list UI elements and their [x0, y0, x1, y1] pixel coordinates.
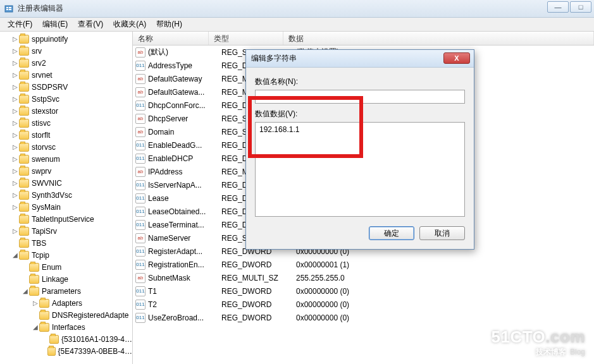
tree-node[interactable]: TBS: [0, 237, 132, 249]
tree-node[interactable]: ▷SstpSvc: [0, 93, 132, 105]
expander-icon[interactable]: ▷: [11, 83, 19, 91]
binary-value-icon: 011: [135, 246, 145, 257]
cancel-button[interactable]: 取消: [419, 226, 465, 240]
binary-value-icon: 011: [135, 193, 145, 203]
tree-node[interactable]: DNSRegisteredAdapte: [0, 309, 132, 321]
value-data: 0x00000000 (0): [296, 313, 594, 322]
minimize-button[interactable]: —: [547, 1, 569, 13]
column-name[interactable]: 名称: [133, 32, 209, 45]
tree-node[interactable]: ▷TapiSrv: [0, 225, 132, 237]
value-row[interactable]: 011UseZeroBroad...REG_DWORD0x00000000 (0…: [133, 311, 594, 324]
expander-icon[interactable]: ▷: [11, 203, 19, 211]
dialog-title-bar[interactable]: 编辑多字符串 X: [246, 50, 474, 68]
expander-icon[interactable]: ▷: [11, 59, 19, 67]
maximize-button[interactable]: □: [570, 1, 591, 13]
tree-label: srv2: [32, 59, 46, 68]
tree-node[interactable]: ▷Synth3dVsc: [0, 189, 132, 201]
value-row[interactable]: abSubnetMaskREG_MULTI_SZ255.255.255.0: [133, 271, 594, 284]
expander-icon[interactable]: ▷: [11, 167, 19, 175]
tree-node[interactable]: ▷srv: [0, 45, 132, 57]
tree-node[interactable]: ▷storflt: [0, 129, 132, 141]
menu-fav[interactable]: 收藏夹(A): [108, 18, 151, 31]
expander-icon[interactable]: ▷: [11, 119, 19, 127]
value-name-input[interactable]: [255, 90, 465, 104]
expander-icon[interactable]: ▷: [11, 179, 19, 187]
menu-file[interactable]: 文件(F): [3, 18, 37, 31]
folder-icon: [49, 335, 59, 344]
tree-label: storvsc: [32, 143, 56, 152]
expander-icon[interactable]: [22, 264, 29, 271]
expander-icon[interactable]: [32, 312, 39, 319]
tree-node[interactable]: ◢Tcpip: [0, 249, 132, 261]
folder-icon: [39, 299, 49, 308]
expander-icon[interactable]: ▷: [11, 143, 19, 151]
string-value-icon: ab: [135, 233, 145, 243]
menu-help[interactable]: 帮助(H): [151, 18, 187, 31]
tree-node[interactable]: ▷stexstor: [0, 105, 132, 117]
value-row[interactable]: 011T1REG_DWORD0x00000000 (0): [133, 284, 594, 298]
binary-value-icon: 011: [135, 100, 145, 111]
menu-view[interactable]: 查看(V): [73, 18, 108, 31]
expander-icon[interactable]: ◢: [11, 252, 19, 259]
value-name: SubnetMask: [148, 274, 221, 282]
expander-icon[interactable]: [42, 348, 47, 355]
tree-node[interactable]: ▷srv2: [0, 57, 132, 69]
expander-icon[interactable]: ▷: [11, 107, 19, 115]
tree-node[interactable]: TabletInputService: [0, 213, 132, 225]
tree-label: swprv: [32, 167, 51, 176]
menu-bar: 文件(F) 编辑(E) 查看(V) 收藏夹(A) 帮助(H): [0, 18, 594, 32]
expander-icon[interactable]: ▷: [11, 35, 19, 43]
tree-node[interactable]: {5E47339A-0BEB-4…: [0, 345, 132, 357]
tree-node[interactable]: ▷Adapters: [0, 297, 132, 309]
expander-icon[interactable]: ▷: [32, 300, 39, 307]
value-data-label: 数值数据(V):: [255, 109, 465, 119]
column-type[interactable]: 类型: [209, 32, 283, 45]
ok-button[interactable]: 确定: [369, 226, 414, 240]
dialog-title: 编辑多字符串: [251, 53, 297, 64]
dialog-close-button[interactable]: X: [443, 52, 470, 64]
tree-node[interactable]: ▷SysMain: [0, 201, 132, 213]
tree-node[interactable]: ▷swenum: [0, 153, 132, 165]
expander-icon[interactable]: ▷: [11, 95, 19, 103]
tree-node[interactable]: ▷SSDPSRV: [0, 81, 132, 93]
expander-icon[interactable]: [11, 240, 19, 247]
expander-icon[interactable]: [42, 336, 49, 343]
value-row[interactable]: 011RegistrationEn...REG_DWORD0x00000001 …: [133, 258, 594, 271]
registry-tree[interactable]: ▷sppuinotify▷srv▷srv2▷srvnet▷SSDPSRV▷Sst…: [0, 32, 133, 364]
binary-value-icon: 011: [135, 180, 145, 190]
folder-icon: [19, 131, 29, 140]
expander-icon[interactable]: ▷: [11, 47, 19, 55]
value-name: T2: [148, 300, 221, 309]
expander-icon[interactable]: ▷: [11, 228, 19, 235]
tree-node[interactable]: ▷sppuinotify: [0, 33, 132, 45]
value-row[interactable]: 011T2REG_DWORD0x00000000 (0): [133, 298, 594, 311]
expander-icon[interactable]: ◢: [22, 288, 29, 295]
tree-node[interactable]: {531016A1-0139-4…: [0, 333, 132, 345]
tree-node[interactable]: ▷swprv: [0, 165, 132, 177]
tree-node[interactable]: ◢Parameters: [0, 285, 132, 297]
expander-icon[interactable]: [11, 215, 19, 223]
tree-node[interactable]: ▷storvsc: [0, 141, 132, 153]
folder-icon: [19, 71, 29, 80]
tree-node[interactable]: ▷SWVNIC: [0, 177, 132, 189]
expander-icon[interactable]: ▷: [11, 191, 19, 199]
expander-icon[interactable]: ▷: [11, 155, 19, 163]
window-title: 注册表编辑器: [18, 3, 63, 14]
tree-node[interactable]: Linkage: [0, 273, 132, 285]
folder-icon: [19, 119, 29, 128]
column-data[interactable]: 数据: [283, 32, 594, 45]
tree-label: Enum: [42, 263, 61, 272]
expander-icon[interactable]: ▷: [11, 71, 19, 79]
expander-icon[interactable]: [22, 276, 29, 283]
tree-node[interactable]: ◢Interfaces: [0, 321, 132, 333]
folder-icon: [19, 155, 29, 164]
tree-label: swenum: [32, 155, 60, 164]
expander-icon[interactable]: ◢: [32, 324, 39, 331]
tree-node[interactable]: Enum: [0, 261, 132, 273]
expander-icon[interactable]: ▷: [11, 131, 19, 139]
menu-edit[interactable]: 编辑(E): [37, 18, 73, 31]
value-data-textarea[interactable]: [255, 122, 465, 217]
tree-node[interactable]: ▷stisvc: [0, 117, 132, 129]
tree-node[interactable]: ▷srvnet: [0, 69, 132, 81]
folder-icon: [19, 239, 29, 248]
